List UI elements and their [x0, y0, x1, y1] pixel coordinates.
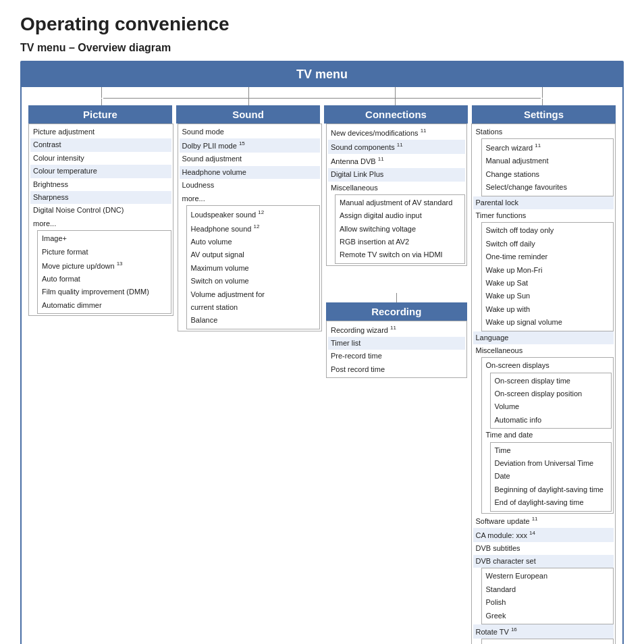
- timer-item: Switch off daily: [483, 238, 612, 250]
- picture-subitem: Move picture up/down 13: [39, 259, 169, 273]
- connections-item: Digital Link Plus: [328, 168, 465, 181]
- page-title: Operating convenience: [20, 14, 624, 35]
- picture-subitem: Film quality improvement (DMM): [39, 286, 169, 298]
- misc-subitem: Volume: [492, 400, 610, 413]
- picture-item: Sharpness: [30, 191, 171, 204]
- picture-item: Brightness: [30, 178, 171, 191]
- timer-functions-label: Timer functions: [473, 209, 614, 222]
- parental-lock-label: Parental lock: [473, 196, 614, 209]
- sound-subitem: Switch on volume: [188, 275, 319, 288]
- settings-column: Stations Search wizard 11 Manual adjustm…: [471, 124, 616, 644]
- time-item: Deviation from Universal Time: [492, 457, 610, 470]
- picture-item: Picture adjustment: [30, 126, 171, 138]
- picture-column: Picture adjustment Contrast Colour inten…: [28, 124, 173, 316]
- settings-header: Settings: [472, 105, 616, 124]
- charset-item: Western European: [483, 570, 612, 583]
- connections-subitem: Assign digital audio input: [337, 209, 463, 222]
- charset-item: Greek: [483, 610, 612, 622]
- connections-subitem: Allow switching voltage: [337, 223, 463, 236]
- connections-item: New devices/modifications 11: [328, 126, 465, 140]
- picture-subitem: Automatic dimmer: [39, 299, 169, 312]
- stations-item: Select/change favourites: [483, 181, 612, 194]
- sound-subitem: AV output signal: [188, 248, 319, 261]
- timer-item: Switch off today only: [483, 224, 612, 237]
- section-subtitle: TV menu – Overview diagram: [20, 42, 624, 54]
- connections-subitem: Manual adjustment of AV standard: [337, 196, 463, 209]
- connections-header: Connections: [324, 105, 468, 124]
- recording-item: Pre-record time: [328, 350, 465, 363]
- timer-item: Wake up Sat: [483, 277, 612, 290]
- tv-menu-diagram: TV menu Picture Sound Connections Settin…: [20, 61, 624, 644]
- time-item: Time: [492, 444, 610, 457]
- settings-item: DVB subtitles: [473, 542, 614, 555]
- picture-subitem: Picture format: [39, 246, 169, 259]
- misc-subitem: On-screen display position: [492, 387, 610, 400]
- recording-header: Recording: [326, 302, 467, 321]
- sound-column: Sound mode Dolby PLII mode 15 Sound adju…: [178, 124, 323, 331]
- sound-subitem: Maximum volume: [188, 262, 319, 275]
- picture-subitem: Image+: [39, 232, 169, 245]
- timer-item: Wake up Mon-Fri: [483, 264, 612, 277]
- timer-item: Wake up signal volume: [483, 316, 612, 329]
- timer-item: One-time reminder: [483, 250, 612, 263]
- misc-subitem: On-screen display time: [492, 375, 610, 387]
- stations-item: Manual adjustment: [483, 155, 612, 167]
- sound-item: Sound mode: [180, 126, 321, 138]
- misc-subitem: Automatic info: [492, 414, 610, 427]
- connections-item: Antenna DVB 11: [328, 154, 465, 168]
- time-date-label: Time and date: [483, 429, 612, 441]
- stations-item: Change stations: [483, 168, 612, 181]
- sound-item: Sound adjustment: [180, 153, 321, 165]
- connections-subitem: RGB insertion at AV2: [337, 236, 463, 248]
- sound-header: Sound: [176, 105, 320, 124]
- tv-menu-header: TV menu: [22, 62, 622, 87]
- picture-item: more...: [30, 217, 171, 230]
- timer-item: Wake up Sun: [483, 290, 612, 302]
- settings-item: DVB character set: [473, 555, 614, 568]
- misc-item: On-screen displays: [483, 359, 612, 372]
- sound-item: Headphone volume: [180, 166, 321, 179]
- stations-label: Stations: [473, 126, 614, 138]
- connections-item: Miscellaneous: [328, 182, 465, 194]
- sound-subitem: Balance: [188, 314, 319, 327]
- sound-item: Dolby PLII mode 15: [180, 138, 321, 153]
- sound-item: more...: [180, 192, 321, 205]
- timer-item: Wake up with: [483, 303, 612, 316]
- picture-header: Picture: [28, 105, 172, 124]
- time-item: End of daylight-saving time: [492, 496, 610, 509]
- connections-column: New devices/modifications 11 Sound compo…: [326, 124, 467, 378]
- settings-item: CA module: xxx 14: [473, 528, 614, 542]
- sound-subitem: Headphone sound 12: [188, 221, 319, 236]
- recording-item: Post record time: [328, 363, 465, 376]
- picture-item: Digital Noise Control (DNC): [30, 204, 171, 217]
- sound-subitem: Volume adjustment for: [188, 288, 319, 301]
- settings-item: Software update 11: [473, 514, 614, 528]
- connections-subitem: Remote TV switch on via HDMI: [337, 248, 463, 261]
- picture-item: Colour intensity: [30, 152, 171, 165]
- recording-item: Timer list: [328, 337, 465, 350]
- picture-item: Colour temperature: [30, 165, 171, 178]
- connections-item: Sound components 11: [328, 140, 465, 154]
- stations-item: Search wizard 11: [483, 140, 612, 155]
- recording-item: Recording wizard 11: [328, 323, 465, 337]
- charset-item: Polish: [483, 596, 612, 609]
- sound-item: Loudness: [180, 179, 321, 192]
- rotate-item: Activate switch-off position: [483, 641, 612, 644]
- picture-item: Contrast: [30, 138, 171, 151]
- sound-subitem: Auto volume: [188, 236, 319, 248]
- rotate-tv-label: Rotate TV 16: [473, 624, 614, 639]
- miscellaneous-label: Miscellaneous: [473, 344, 614, 357]
- charset-item: Standard: [483, 583, 612, 596]
- time-item: Date: [492, 470, 610, 483]
- time-item: Beginning of daylight-saving time: [492, 483, 610, 496]
- picture-subitem: Auto format: [39, 273, 169, 286]
- sound-subitem: Loudspeaker sound 12: [188, 207, 319, 221]
- language-label: Language: [473, 331, 614, 344]
- sound-subitem: current station: [188, 301, 319, 314]
